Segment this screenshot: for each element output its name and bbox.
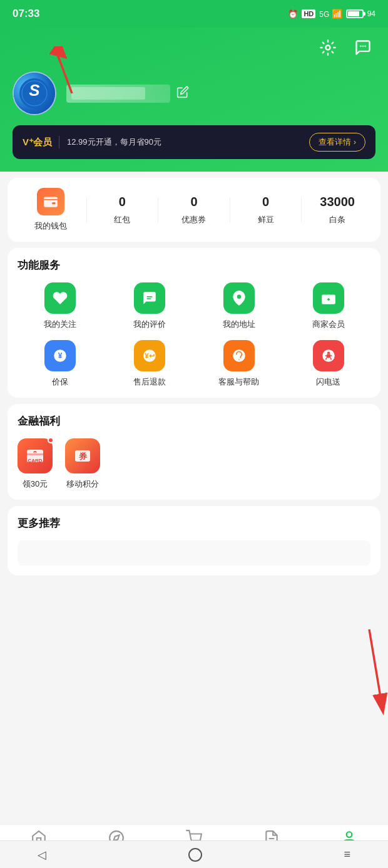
battery-percent: 94 — [367, 9, 375, 18]
more-rec-title: 更多推荐 — [18, 516, 370, 530]
func-item-support[interactable]: 客服与帮助 — [197, 340, 281, 388]
jiabao-icon: ¥ — [44, 340, 76, 371]
func-item-review[interactable]: 我的评价 — [107, 282, 191, 330]
profile-info: ***9**: — [66, 85, 189, 103]
sys-menu-button[interactable]: ≡ — [344, 848, 350, 861]
svg-point-24 — [327, 352, 329, 354]
more-recommend-section: 更多推荐 — [8, 506, 380, 576]
svg-point-22 — [238, 359, 240, 361]
finance-icon-points: 券 — [65, 438, 100, 473]
func-label-flash: 闪电送 — [316, 376, 340, 388]
wallet-divider-1 — [86, 197, 87, 222]
edit-profile-button[interactable] — [176, 86, 189, 101]
svg-point-43 — [347, 832, 352, 837]
func-section-title: 功能服务 — [18, 258, 370, 272]
wallet-label: 我的钱包 — [34, 220, 67, 232]
svg-rect-9 — [44, 197, 58, 207]
review-icon — [134, 282, 165, 314]
sys-back-button[interactable]: ◁ — [38, 848, 46, 862]
message-button[interactable] — [350, 35, 375, 60]
finance-label-points: 移动积分 — [66, 478, 99, 490]
wallet-card: 我的钱包 0 红包 0 优惠券 0 鲜豆 33000 — [8, 178, 380, 242]
svg-text:¥: ¥ — [58, 351, 62, 360]
svg-line-28 — [325, 358, 326, 359]
svg-point-1 — [360, 46, 361, 47]
vip-divider — [59, 136, 59, 148]
func-item-follow[interactable]: 我的关注 — [18, 282, 102, 330]
finance-item-30[interactable]: CARD 领30元 — [18, 438, 53, 490]
svg-line-29 — [330, 358, 331, 359]
hd-label: HD — [302, 9, 315, 18]
wallet-divider-3 — [230, 197, 230, 222]
func-grid: 我的关注 我的评价 — [18, 282, 370, 388]
func-label-address: 我的地址 — [223, 319, 255, 330]
username-row: ***9**: — [66, 85, 189, 103]
coupon-num: 0 — [190, 195, 197, 209]
xiandou-label: 鲜豆 — [258, 214, 274, 225]
finance-dot — [48, 437, 54, 443]
func-item-merchant[interactable]: 商家会员 — [286, 282, 370, 330]
finance-icon-30: CARD — [18, 438, 53, 473]
func-item-address[interactable]: 我的地址 — [197, 282, 281, 330]
svg-rect-25 — [326, 354, 330, 358]
merchant-icon — [313, 282, 344, 314]
svg-point-3 — [364, 46, 365, 47]
finance-label-30: 领30元 — [23, 478, 48, 490]
avatar[interactable]: S — [13, 71, 56, 115]
header-green: S ***9**: — [0, 28, 388, 172]
battery-indicator — [346, 9, 364, 18]
settings-button[interactable] — [315, 35, 340, 60]
header-top-icons — [13, 35, 375, 60]
support-icon — [223, 340, 255, 371]
my-wallet-item[interactable]: 我的钱包 — [18, 188, 84, 232]
func-item-flash[interactable]: 闪电送 — [286, 340, 370, 388]
svg-text:券: 券 — [78, 452, 88, 461]
status-bar: 07:33 ⏰ HD 5G 📶 94 — [0, 0, 388, 28]
func-label-jiabao: 价保 — [52, 376, 68, 388]
baitiao-label: 白条 — [329, 214, 345, 225]
sys-home-button[interactable] — [188, 848, 202, 862]
finance-section-title: 金融福利 — [18, 414, 370, 428]
baitiao-item[interactable]: 33000 白条 — [304, 195, 370, 225]
vip-banner[interactable]: V⁺会员 12.99元开通，每月省90元 查看详情 › — [13, 125, 375, 159]
func-item-refund[interactable]: ¥↩ 售后退款 — [107, 340, 191, 388]
status-icons: ⏰ HD 5G 📶 94 — [288, 9, 375, 19]
finance-item-points[interactable]: 券 移动积分 — [65, 438, 100, 490]
username-display[interactable]: ***9**: — [66, 85, 170, 103]
svg-rect-10 — [52, 202, 55, 204]
finance-card: 金融福利 CARD 领30元 — [8, 404, 380, 500]
wallet-divider-4 — [301, 197, 302, 222]
svg-rect-31 — [27, 453, 43, 455]
system-nav-bar: ◁ ≡ — [0, 840, 388, 868]
wallet-divider-2 — [158, 197, 158, 222]
finance-grid: CARD 领30元 券 移动积分 — [18, 438, 370, 490]
hongbao-item[interactable]: 0 红包 — [89, 195, 156, 225]
network-label: 5G 📶 — [319, 9, 342, 19]
func-item-jiabao[interactable]: ¥ 价保 — [18, 340, 102, 388]
profile-row: S ***9**: — [13, 71, 375, 115]
func-label-merchant: 商家会员 — [312, 319, 345, 330]
svg-point-0 — [326, 46, 330, 50]
coupon-item[interactable]: 0 优惠券 — [161, 195, 227, 225]
hongbao-label: 红包 — [114, 214, 130, 225]
func-label-support: 客服与帮助 — [218, 376, 259, 388]
svg-text:S: S — [29, 81, 40, 100]
status-time: 07:33 — [13, 8, 39, 20]
func-label-follow: 我的关注 — [44, 319, 76, 330]
vip-detail-button[interactable]: 查看详情 › — [309, 133, 365, 152]
func-label-review: 我的评价 — [133, 319, 166, 330]
alarm-icon: ⏰ — [288, 9, 298, 19]
flash-icon — [313, 340, 344, 371]
wallet-row: 我的钱包 0 红包 0 优惠券 0 鲜豆 33000 — [18, 188, 370, 232]
vip-banner-left: V⁺会员 12.99元开通，每月省90元 — [23, 136, 161, 148]
hongbao-num: 0 — [119, 195, 126, 209]
refund-icon: ¥↩ — [134, 340, 165, 371]
address-icon — [223, 282, 255, 314]
follow-icon — [44, 282, 76, 314]
svg-point-2 — [362, 46, 364, 47]
svg-text:CARD: CARD — [28, 458, 42, 463]
coupon-label: 优惠券 — [181, 214, 206, 225]
vip-badge: V⁺会员 — [23, 137, 51, 148]
xiandou-item[interactable]: 0 鲜豆 — [233, 195, 299, 225]
vip-text: 12.99元开通，每月省90元 — [67, 137, 161, 148]
